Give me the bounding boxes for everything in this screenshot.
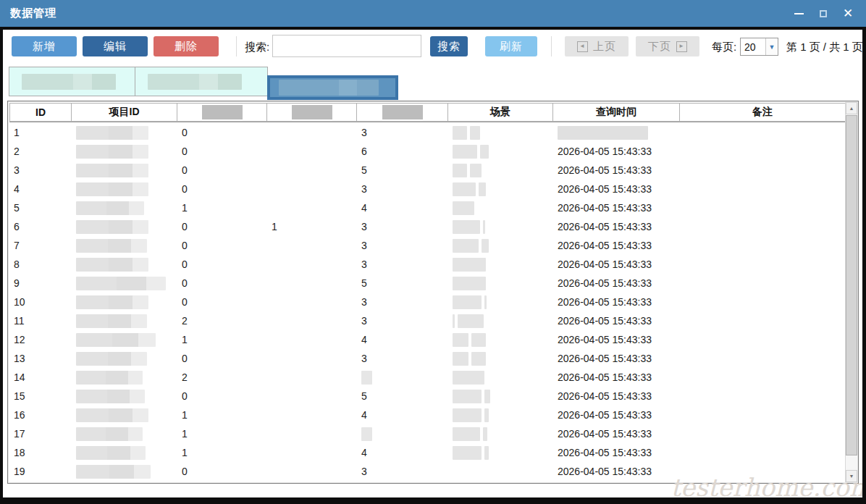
redacted-project-id [76,277,166,290]
next-page-button[interactable]: 下页 ► [636,36,699,56]
cell-query-time: 2026-04-05 15:43:33 [553,409,680,421]
table-row[interactable]: 3052026-04-05 15:43:33 [9,161,846,180]
tab-3-redacted-label [279,80,379,96]
redacted-scene [453,126,467,140]
redacted-project-id [76,145,148,159]
cell-project-id [72,465,177,479]
column-header-2[interactable]: 项目ID [72,103,177,122]
redacted-project-id [76,182,148,196]
redacted-project-id [76,314,147,328]
redacted-scene [453,182,476,196]
table-row[interactable]: 18142026-04-05 15:43:33 [9,443,846,462]
data-table: ID项目ID场景查询时间备注 1032062026-04-05 15:43:33… [7,101,859,484]
cell-project-id [72,258,177,272]
tab-1-redacted-label [22,74,116,90]
cell-query-time: 2026-04-05 15:43:33 [553,183,680,195]
redacted-scene [453,352,468,366]
cell-id: 6 [9,221,72,232]
cell-project-id [72,371,177,385]
maximize-button[interactable] [811,0,836,27]
cell-query-time: 2026-04-05 15:43:33 [553,221,680,232]
table-row[interactable]: 19032026-04-05 15:43:33 [9,462,846,481]
cell-col3: 0 [177,146,267,157]
minimize-button[interactable] [786,0,811,27]
table-row[interactable]: 16142026-04-05 15:43:33 [9,406,846,424]
table-row[interactable]: 13032026-04-05 15:43:33 [9,349,846,368]
redacted-value [361,427,372,441]
search-input[interactable] [272,35,421,57]
redacted-project-id [76,333,156,347]
table-row[interactable]: 2062026-04-05 15:43:33 [9,142,846,161]
cell-col3: 2 [177,315,267,327]
column-header-4[interactable] [267,103,357,122]
column-header-3[interactable] [177,103,267,122]
tab-2[interactable] [135,67,268,96]
cell-project-id [72,427,177,441]
redacted-scene [453,164,467,177]
scrollbar-thumb[interactable] [846,115,857,455]
table-body: 1032062026-04-05 15:43:333052026-04-05 1… [9,123,846,482]
table-row[interactable]: 10032026-04-05 15:43:33 [9,293,846,311]
cell-col3: 0 [177,390,267,402]
cell-project-id [72,220,177,234]
vertical-scrollbar[interactable]: ▲ ▼ [845,102,857,482]
table-row[interactable]: 60132026-04-05 15:43:33 [9,217,846,236]
table-row[interactable]: 11232026-04-05 15:43:33 [9,311,846,330]
cell-scene [448,390,553,403]
cell-scene [448,239,553,253]
page-info: 第 1 页 / 共 1 页 [786,41,862,54]
cell-col5: 3 [357,127,448,138]
cell-col5: 3 [357,259,448,270]
scroll-up-icon[interactable]: ▲ [846,102,857,114]
prev-page-button[interactable]: ◄ 上页 [565,36,629,56]
column-header-7[interactable]: 查询时间 [553,103,680,122]
redacted-project-id [76,126,148,140]
cell-id: 8 [9,259,72,270]
refresh-button[interactable]: 刷新 [485,36,537,56]
per-page-label: 每页: [712,41,736,54]
column-header-5[interactable] [357,103,448,122]
table-row[interactable]: 15052026-04-05 15:43:33 [9,387,846,406]
table-row[interactable]: 7032026-04-05 15:43:33 [9,236,846,255]
cell-scene [448,182,553,196]
cell-col5: 3 [357,240,448,251]
table-row[interactable]: 12142026-04-05 15:43:33 [9,330,846,349]
cell-project-id [72,182,177,196]
edit-button[interactable]: 编辑 [83,36,148,56]
table-row[interactable]: 1422026-04-05 15:43:33 [9,368,846,387]
table-row[interactable]: 8032026-04-05 15:43:33 [9,255,846,274]
table-row[interactable]: 103 [9,123,846,142]
cell-col3: 1 [177,447,267,458]
cell-col5: 4 [357,334,448,345]
cell-project-id [72,201,177,215]
cell-scene [448,126,553,140]
cell-id: 9 [9,277,72,289]
cell-col3: 1 [177,202,267,214]
table-row[interactable]: 9052026-04-05 15:43:33 [9,274,846,293]
cell-scene [448,145,553,159]
cell-query-time [553,126,680,140]
redacted-scene [484,390,490,403]
tab-3-active[interactable] [267,75,398,100]
delete-button[interactable]: 删除 [154,36,219,56]
add-button[interactable]: 新增 [12,36,77,56]
cell-query-time: 2026-04-05 15:43:33 [553,447,680,458]
close-button[interactable]: ✕ [836,0,860,27]
search-button[interactable]: 搜索 [430,36,468,56]
cell-project-id [72,277,177,290]
toolbar-divider [236,36,237,56]
tab-1[interactable] [9,67,136,96]
column-header-6[interactable]: 场景 [448,103,553,122]
table-row[interactable]: 1712026-04-05 15:43:33 [9,424,846,443]
redacted-time [558,126,648,140]
column-header-8[interactable]: 备注 [680,103,846,122]
cell-id: 1 [9,127,72,138]
table-row[interactable]: 5142026-04-05 15:43:33 [9,198,846,217]
table-row[interactable]: 4032026-04-05 15:43:33 [9,180,846,198]
per-page-select[interactable]: 20 ▼ [740,38,778,56]
cell-col3: 0 [177,296,267,308]
column-header-1[interactable]: ID [9,103,72,122]
scroll-down-icon[interactable]: ▼ [846,470,857,482]
redacted-scene [453,333,468,347]
cell-col5: 3 [357,353,448,364]
